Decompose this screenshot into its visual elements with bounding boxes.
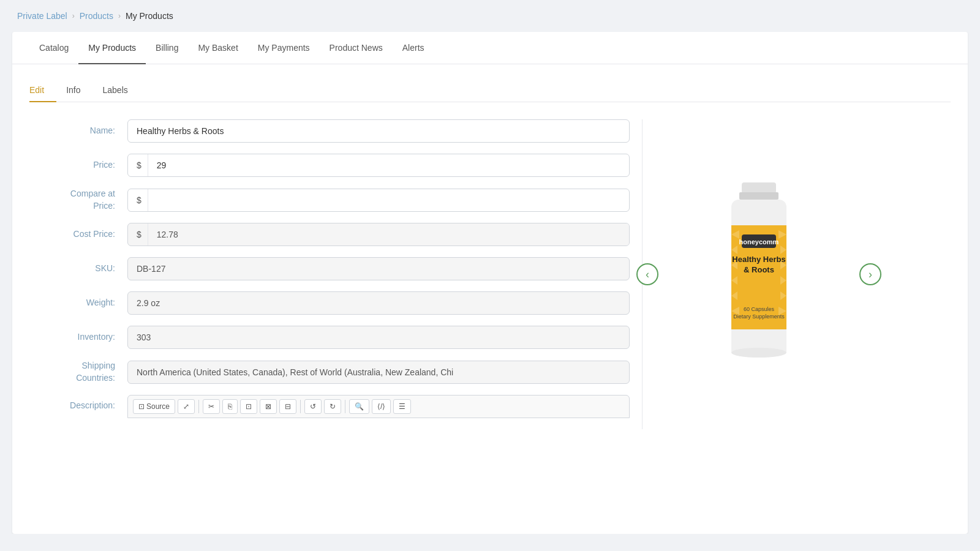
toolbar-fullscreen-btn[interactable]: ⤢ [178,399,195,414]
svg-rect-0 [742,182,776,193]
description-label: Description: [29,395,127,412]
weight-input[interactable] [127,291,630,315]
top-nav: Catalog My Products Billing My Basket My… [12,32,968,64]
svg-text:Healthy Herbs: Healthy Herbs [732,255,785,264]
toolbar-undo-btn[interactable]: ↺ [304,399,322,414]
weight-label: Weight: [29,297,127,309]
svg-text:& Roots: & Roots [744,265,774,274]
name-input[interactable] [127,119,630,143]
compare-currency: $ [128,189,148,211]
product-image-container: ‹ [667,158,851,391]
svg-rect-1 [739,192,778,200]
price-currency: $ [128,154,148,176]
compare-label: Compare atPrice: [29,188,127,212]
product-bottle-image: honeycomm Healthy Herbs & Roots 60 Capsu… [698,176,820,372]
weight-row: Weight: [29,291,630,315]
svg-point-23 [731,348,786,358]
breadcrumb-products[interactable]: Products [80,11,113,21]
paste-text-icon: ⊠ [265,402,271,411]
tab-catalog[interactable]: Catalog [29,32,78,64]
arrow-right-icon: › [869,268,872,281]
redo-icon: ↻ [330,402,336,411]
find-icon: 🔍 [355,402,364,411]
image-column: ‹ [643,119,875,429]
shipping-input[interactable] [127,361,630,384]
tab-my-products[interactable]: My Products [78,32,146,64]
toolbar-paste-text-btn[interactable]: ⊠ [260,399,277,414]
toolbar-sep-2 [300,400,301,413]
sub-tab-labels[interactable]: Labels [102,79,140,102]
main-card: Catalog My Products Billing My Basket My… [12,32,968,534]
tab-product-news[interactable]: Product News [320,32,393,64]
shipping-row: ShippingCountries: [29,360,630,384]
sku-row: SKU: [29,257,630,280]
cost-input[interactable] [148,223,629,246]
toolbar-redo-btn[interactable]: ↻ [324,399,341,414]
sub-tab-info[interactable]: Info [66,79,92,102]
compare-input[interactable] [148,189,629,211]
copy-icon: ⎘ [228,402,232,411]
breadcrumb-current: My Products [126,11,173,21]
code-icon: ⟨/⟩ [377,402,385,411]
cost-currency: $ [128,223,148,246]
shipping-label: ShippingCountries: [29,360,127,384]
toolbar-paste-btn[interactable]: ⊡ [240,399,257,414]
description-row: Description: ⊡ Source ⤢ [29,395,630,418]
svg-text:honeycomm: honeycomm [739,238,779,246]
compare-price-row: Compare atPrice: $ [29,188,630,212]
paste-word-icon: ⊟ [285,402,291,411]
sub-tab-edit[interactable]: Edit [29,79,56,102]
paste-icon: ⊡ [246,402,252,411]
source-label: Source [146,402,170,411]
fullscreen-icon: ⤢ [183,402,189,411]
svg-text:60 Capsules: 60 Capsules [744,306,775,312]
price-row: Price: $ [29,154,630,177]
name-label: Name: [29,125,127,137]
toolbar-copy-btn[interactable]: ⎘ [222,399,238,414]
cost-price-row: Cost Price: $ [29,223,630,246]
toolbar-cut-btn[interactable]: ✂ [203,399,220,414]
price-input-wrapper: $ [127,154,630,177]
undo-icon: ↺ [310,402,316,411]
two-col-layout: Name: Price: $ Compare atPrice: $ [29,119,951,429]
cut-icon: ✂ [208,402,214,411]
price-input[interactable] [148,154,629,176]
toolbar-find-btn[interactable]: 🔍 [349,399,369,414]
breadcrumb-sep-1: › [72,12,75,20]
cost-input-wrapper: $ [127,223,630,246]
compare-input-wrapper: $ [127,189,630,212]
list-icon: ☰ [399,402,405,411]
tab-billing[interactable]: Billing [146,32,188,64]
tab-alerts[interactable]: Alerts [393,32,434,64]
toolbar-paste-word-btn[interactable]: ⊟ [279,399,296,414]
sub-tabs: Edit Info Labels [29,79,951,102]
toolbar-list-btn[interactable]: ☰ [393,399,411,414]
inventory-label: Inventory: [29,331,127,343]
price-label: Price: [29,159,127,171]
inventory-row: Inventory: [29,326,630,349]
toolbar-source-btn[interactable]: ⊡ Source [133,399,175,414]
toolbar-sep-1 [198,400,199,413]
inventory-input[interactable] [127,326,630,349]
tab-my-basket[interactable]: My Basket [188,32,247,64]
toolbar-code-btn[interactable]: ⟨/⟩ [372,399,391,414]
cost-label: Cost Price: [29,228,127,241]
sku-input[interactable] [127,257,630,280]
description-toolbar: ⊡ Source ⤢ ✂ ⎘ [127,395,630,418]
name-row: Name: [29,119,630,143]
description-editor-wrapper: ⊡ Source ⤢ ✂ ⎘ [127,395,630,418]
breadcrumb: Private Label › Products › My Products [0,0,980,32]
image-next-button[interactable]: › [859,263,881,285]
tab-my-payments[interactable]: My Payments [248,32,320,64]
image-prev-button[interactable]: ‹ [636,263,658,285]
arrow-left-icon: ‹ [646,268,649,281]
toolbar-sep-3 [345,400,345,413]
breadcrumb-private-label[interactable]: Private Label [17,11,67,21]
content-area: Edit Info Labels Name: Price: $ [12,64,968,444]
svg-text:Dietary Supplements: Dietary Supplements [733,313,785,320]
form-column: Name: Price: $ Compare atPrice: $ [29,119,630,429]
source-icon: ⊡ [138,402,145,411]
breadcrumb-sep-2: › [118,12,121,20]
sku-label: SKU: [29,263,127,275]
